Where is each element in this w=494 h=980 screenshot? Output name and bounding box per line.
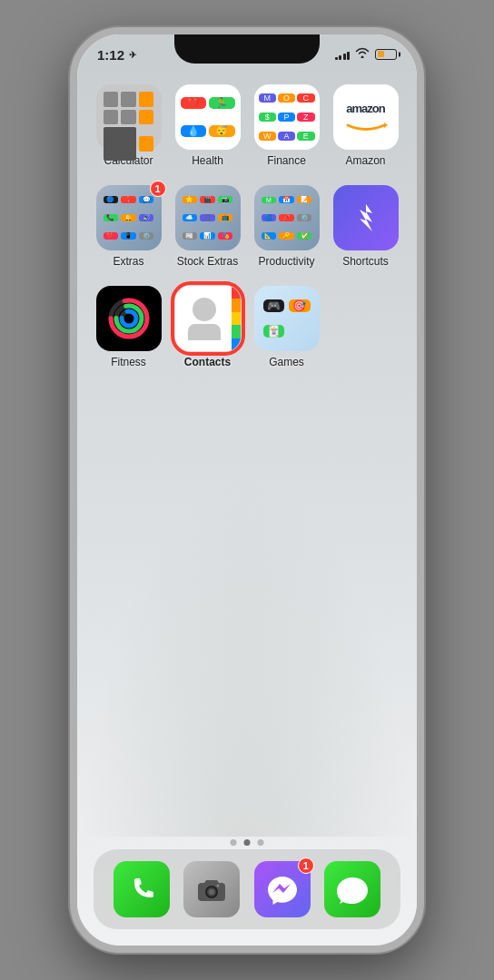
messenger-icon: 1 bbox=[254, 861, 311, 917]
messenger-badge: 1 bbox=[298, 858, 314, 874]
status-time: 1:12 ✈ bbox=[97, 47, 136, 63]
phone-icon bbox=[114, 861, 170, 917]
extras-badge: 1 bbox=[150, 181, 166, 197]
extras-label: Extras bbox=[113, 255, 143, 268]
app-item-finance[interactable]: M O C $ P Z W A E Finance bbox=[252, 84, 321, 167]
time-label: 1:12 bbox=[97, 47, 124, 63]
status-bar: 1:12 ✈ bbox=[77, 34, 417, 80]
phone-frame: 1:12 ✈ bbox=[70, 27, 424, 953]
app-item-productivity[interactable]: M 📅 📝 🔵 📌 ⚙️ 📐 🔑 ✅ Productivity bbox=[252, 185, 321, 268]
app-item-extras[interactable]: 🔵 📍 💬 📞 🔔 🔊 ❤️ 📱 ⚙️ 1 Extras bbox=[94, 185, 163, 268]
screen: 1:12 ✈ bbox=[77, 34, 417, 946]
app-item-calculator[interactable]: Calculator bbox=[94, 84, 163, 167]
amazon-label: Amazon bbox=[345, 154, 385, 167]
app-item-amazon[interactable]: amazon Amazon bbox=[331, 84, 400, 167]
dock-app-phone[interactable] bbox=[114, 861, 170, 917]
fitness-label: Fitness bbox=[111, 356, 146, 368]
health-icon: ❤️ 🏃 💧 😴 bbox=[175, 84, 241, 150]
signal-bar-2 bbox=[339, 55, 341, 60]
contacts-red-ring bbox=[171, 281, 245, 356]
svg-point-10 bbox=[209, 889, 214, 895]
page-dots bbox=[231, 839, 264, 846]
signal-bars bbox=[335, 49, 351, 60]
games-icon: 🎮 🎯 🃏 bbox=[254, 286, 320, 351]
stock-extras-label: Stock Extras bbox=[177, 255, 238, 268]
page-dot-2[interactable] bbox=[244, 839, 251, 846]
messages-icon bbox=[324, 861, 380, 917]
app-grid: Calculator ❤️ 🏃 💧 😴 Health M O C $ bbox=[94, 84, 400, 368]
finance-icon: M O C $ P Z W A E bbox=[254, 84, 320, 150]
battery-fill bbox=[378, 51, 385, 57]
app-item-health[interactable]: ❤️ 🏃 💧 😴 Health bbox=[173, 84, 242, 167]
shortcuts-label: Shortcuts bbox=[342, 255, 389, 268]
amazon-icon: amazon bbox=[333, 84, 399, 150]
page-dot-3[interactable] bbox=[258, 839, 264, 846]
app-item-contacts[interactable]: Contacts bbox=[173, 286, 242, 368]
health-label: Health bbox=[192, 154, 223, 167]
location-icon: ✈ bbox=[129, 50, 136, 60]
dock-app-messenger[interactable]: 1 bbox=[254, 861, 311, 917]
signal-bar-1 bbox=[335, 57, 338, 60]
contacts-label: Contacts bbox=[184, 356, 231, 368]
wifi-icon bbox=[355, 47, 370, 61]
dock-app-messages[interactable] bbox=[324, 861, 380, 917]
productivity-label: Productivity bbox=[258, 255, 314, 268]
extras-icon: 🔵 📍 💬 📞 🔔 🔊 ❤️ 📱 ⚙️ 1 bbox=[96, 185, 162, 250]
finance-label: Finance bbox=[267, 154, 306, 167]
productivity-icon: M 📅 📝 🔵 📌 ⚙️ 📐 🔑 ✅ bbox=[254, 185, 320, 250]
camera-icon bbox=[183, 861, 240, 917]
signal-bar-4 bbox=[347, 52, 350, 60]
contacts-icon bbox=[175, 286, 241, 351]
status-icons bbox=[335, 47, 398, 61]
svg-point-11 bbox=[217, 885, 220, 887]
page-dot-1[interactable] bbox=[231, 839, 237, 846]
fitness-icon bbox=[96, 286, 162, 351]
app-item-shortcuts[interactable]: Shortcuts bbox=[331, 185, 400, 268]
shortcuts-icon bbox=[333, 185, 399, 250]
battery-icon bbox=[375, 49, 397, 60]
dock: 1 bbox=[94, 849, 400, 929]
svg-marker-0 bbox=[384, 122, 388, 128]
app-item-games[interactable]: 🎮 🎯 🃏 Games bbox=[252, 286, 321, 368]
app-item-stock-extras[interactable]: ⭐ 🎬 📷 ☁️ 🎵 📺 📰 📊 🎭 Stock Extras bbox=[173, 185, 242, 268]
calculator-icon bbox=[96, 84, 162, 150]
games-label: Games bbox=[269, 356, 304, 368]
wallpaper-trees bbox=[77, 474, 417, 837]
dock-app-camera[interactable] bbox=[183, 861, 240, 917]
app-item-fitness[interactable]: Fitness bbox=[94, 286, 163, 368]
stock-extras-icon: ⭐ 🎬 📷 ☁️ 🎵 📺 📰 📊 🎭 bbox=[175, 185, 241, 250]
signal-bar-3 bbox=[343, 54, 346, 60]
